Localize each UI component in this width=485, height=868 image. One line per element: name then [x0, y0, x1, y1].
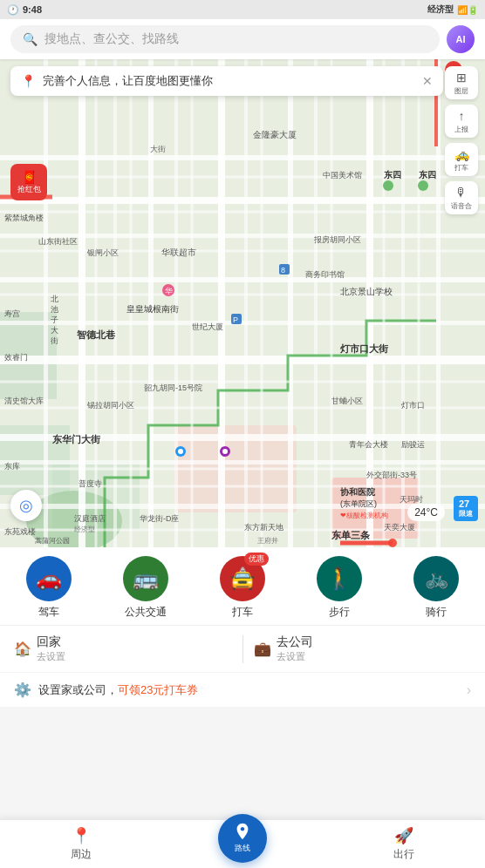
svg-point-110	[383, 180, 393, 191]
svg-text:街: 街	[51, 336, 58, 345]
walk-label: 步行	[329, 605, 350, 620]
promo-settings-icon: ⚙️	[14, 682, 31, 698]
status-bar: 🕐 9:48 经济型 📶🔋	[0, 0, 485, 19]
quick-destinations: 🏠 回家 去设置 💼 去公司 去设置	[0, 626, 485, 673]
location-button[interactable]: ◎	[10, 490, 42, 521]
svg-rect-26	[314, 59, 318, 547]
promo-banner[interactable]: ⚙️ 设置家或公司，可领23元打车券 ›	[0, 673, 485, 707]
home-dest[interactable]: 🏠 回家 去设置	[14, 634, 232, 663]
layers-icon: ⊞	[456, 71, 467, 85]
promo-arrow-icon: ›	[467, 682, 471, 698]
nav-tab-walk[interactable]: 🚶 步行	[291, 556, 388, 620]
svg-text:甘蛐小区: 甘蛐小区	[331, 397, 363, 405]
svg-text:清史馆大库: 清史馆大库	[4, 397, 44, 405]
svg-text:东四: 东四	[384, 170, 401, 180]
nav-tab-bike[interactable]: 🚲 骑行	[388, 556, 485, 620]
map-background: 大街 山东街社区 金隆豪大厦 中国美术馆 东四 东四 紫禁城角楼 银闸小区 华联…	[0, 59, 485, 547]
svg-rect-7	[0, 197, 485, 204]
notif-close-button[interactable]: ✕	[422, 74, 433, 88]
svg-text:大街: 大街	[150, 145, 166, 153]
drive-label: 驾车	[38, 605, 59, 620]
nearby-tab[interactable]: 📍 周边	[0, 820, 161, 868]
svg-rect-15	[0, 460, 485, 465]
map-area[interactable]: 大街 山东街社区 金隆豪大厦 中国美术馆 东四 东四 紫禁城角楼 银闸小区 华联…	[0, 59, 485, 547]
drive-icon-wrap: 🚗	[26, 556, 72, 601]
route-tab[interactable]: 路线	[161, 820, 323, 868]
red-packet-button[interactable]: 🧧 抢红包	[10, 164, 47, 200]
home-icon: 🏠	[14, 641, 31, 657]
taxi-label: 打车	[232, 605, 253, 620]
taxi-icon: 🚕	[454, 147, 469, 161]
svg-text:山东街社区: 山东街社区	[38, 237, 78, 246]
svg-text:寿宫: 寿宫	[4, 309, 20, 318]
nav-tabs: 🚗 驾车 🚌 公共交通 🚖 优惠 打车 🚶 步行 🚲 骑行	[0, 547, 485, 626]
bottom-tab-bar: 📍 周边 路线 🚀 出行	[0, 819, 485, 868]
nav-tab-transit[interactable]: 🚌 公共交通	[97, 556, 194, 620]
red-packet-icon: 🧧	[22, 170, 37, 184]
walk-icon-wrap: 🚶	[317, 556, 362, 601]
svg-text:天玛时: 天玛时	[400, 495, 423, 504]
svg-text:华龙街-D座: 华龙街-D座	[140, 514, 180, 523]
temperature-badge: 24°C	[407, 504, 445, 521]
walk-icon: 🚶	[326, 566, 352, 591]
nav-tab-taxi[interactable]: 🚖 优惠 打车	[194, 556, 290, 620]
work-icon: 💼	[254, 641, 271, 657]
battery-icon: 📶🔋	[457, 5, 478, 15]
svg-rect-25	[244, 59, 248, 547]
svg-text:大: 大	[51, 326, 58, 335]
speed-label: 限速	[459, 509, 473, 519]
route-center-btn[interactable]: 路线	[218, 814, 267, 863]
travel-tab[interactable]: 🚀 出行	[324, 820, 485, 868]
bike-label: 骑行	[426, 605, 447, 620]
status-time: 9:48	[23, 4, 42, 15]
report-button[interactable]: ↑ 上报	[445, 105, 478, 138]
status-left: 🕐 9:48	[7, 4, 42, 16]
search-bar[interactable]: 🔍 搜地点、查公交、找路线 AI	[0, 19, 485, 59]
svg-text:华: 华	[165, 287, 173, 295]
voice-button[interactable]: 🎙 语音合	[445, 181, 478, 214]
svg-text:天奕大厦: 天奕大厦	[384, 523, 415, 532]
svg-text:效睿门: 效睿门	[4, 353, 28, 362]
svg-text:金隆豪大厦: 金隆豪大厦	[253, 130, 297, 139]
svg-text:灯市口大街: 灯市口大街	[339, 343, 389, 354]
location-icon: ◎	[19, 496, 33, 515]
layers-button[interactable]: ⊞ 图层	[445, 66, 478, 99]
notif-text: 完善个人信息，让百度地图更懂你	[43, 73, 415, 89]
route-icon	[233, 822, 252, 841]
bike-icon-wrap: 🚲	[413, 556, 459, 601]
status-icons: 🕐	[7, 4, 19, 16]
svg-rect-12	[0, 155, 485, 160]
user-avatar[interactable]: AI	[447, 25, 475, 53]
svg-text:北: 北	[51, 295, 58, 303]
transit-icon-wrap: 🚌	[123, 556, 168, 601]
svg-text:东华门大街: 东华门大街	[52, 434, 101, 444]
search-icon: 🔍	[23, 32, 38, 46]
taxi-button[interactable]: 🚕 打车	[445, 143, 478, 176]
home-action: 去设置	[37, 650, 65, 663]
speed-limit-badge: 27 限速	[454, 496, 478, 521]
report-label: 上报	[454, 125, 468, 134]
search-input-wrap[interactable]: 🔍 搜地点、查公交、找路线	[10, 25, 440, 53]
svg-point-100	[222, 449, 228, 454]
svg-text:世纪大厦: 世纪大厦	[192, 322, 223, 331]
svg-text:华联超市: 华联超市	[161, 248, 196, 257]
work-action: 去设置	[277, 650, 313, 663]
svg-text:东四: 东四	[419, 170, 436, 180]
svg-rect-8	[0, 277, 485, 282]
svg-point-111	[418, 180, 428, 191]
svg-text:韶九胡同-15号院: 韶九胡同-15号院	[144, 383, 202, 392]
svg-text:东单三条: 东单三条	[331, 530, 371, 540]
network-type: 经济型	[427, 3, 454, 16]
transit-icon: 🚌	[133, 566, 159, 591]
svg-rect-23	[113, 59, 117, 547]
travel-icon: 🚀	[394, 826, 413, 845]
svg-text:❤核酸检测机构: ❤核酸检测机构	[340, 512, 388, 519]
red-packet-label: 抢红包	[17, 184, 41, 195]
svg-text:锡拉胡同小区: 锡拉胡同小区	[86, 401, 134, 410]
svg-text:蒿蒲河公园: 蒿蒲河公园	[35, 537, 70, 545]
svg-text:报房胡同小区: 报房胡同小区	[313, 235, 361, 244]
svg-text:8: 8	[281, 266, 285, 275]
work-dest[interactable]: 💼 去公司 去设置	[254, 634, 472, 663]
nav-tab-drive[interactable]: 🚗 驾车	[0, 556, 97, 620]
svg-text:(东单院区): (东单院区)	[340, 499, 377, 508]
